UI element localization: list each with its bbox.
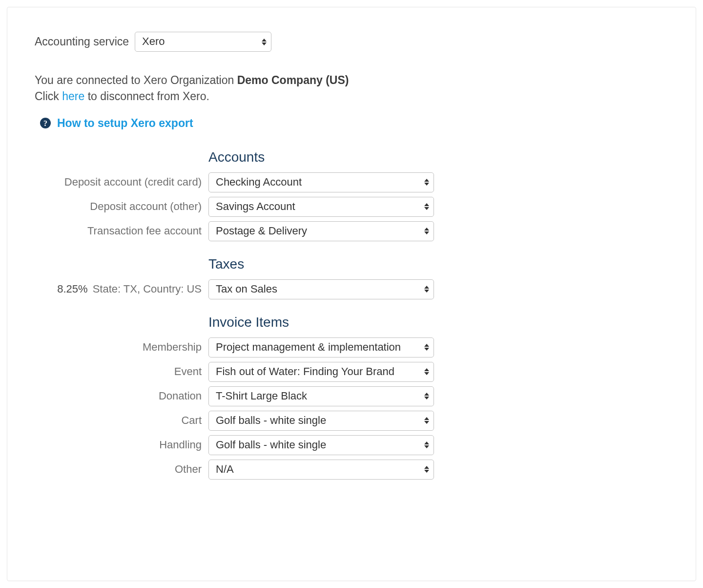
settings-panel: Accounting service Xero You are connecte…: [7, 7, 696, 581]
accounting-service-label: Accounting service: [35, 35, 129, 48]
donation-select[interactable]: T-Shirt Large Black: [208, 386, 434, 406]
tax-select[interactable]: Tax on Sales: [208, 279, 434, 299]
deposit-other-label: Deposit account (other): [35, 200, 202, 213]
status-click-word: Click: [35, 90, 62, 103]
disconnect-link[interactable]: here: [62, 90, 84, 103]
tax-row-label: 8.25% State: TX, Country: US: [35, 283, 202, 295]
svg-text:?: ?: [43, 119, 47, 127]
other-label: Other: [35, 463, 202, 476]
membership-select[interactable]: Project management & implementation: [208, 337, 434, 357]
help-icon: ?: [40, 117, 51, 129]
donation-label: Donation: [35, 390, 202, 402]
membership-label: Membership: [35, 341, 202, 354]
deposit-cc-select[interactable]: Checking Account: [208, 172, 434, 192]
transaction-fee-label: Transaction fee account: [35, 225, 202, 237]
cart-select[interactable]: Golf balls - white single: [208, 411, 434, 431]
handling-select[interactable]: Golf balls - white single: [208, 435, 434, 455]
invoice-items-heading: Invoice Items: [208, 315, 438, 330]
status-suffix: to disconnect from Xero.: [84, 90, 209, 103]
accounting-service-select[interactable]: Xero: [135, 32, 271, 52]
connection-status-text: You are connected to Xero Organization D…: [35, 72, 668, 105]
tax-percentage: 8.25%: [57, 283, 87, 295]
help-row: ? How to setup Xero export: [40, 117, 668, 130]
settings-form: Accounts Deposit account (credit card) C…: [35, 149, 668, 480]
handling-label: Handling: [35, 439, 202, 451]
accounting-service-row: Accounting service Xero: [35, 32, 668, 52]
transaction-fee-select[interactable]: Postage & Delivery: [208, 221, 434, 241]
event-select[interactable]: Fish out of Water: Finding Your Brand: [208, 362, 434, 382]
taxes-heading: Taxes: [208, 256, 438, 272]
status-prefix: You are connected to Xero Organization: [35, 74, 237, 86]
other-select[interactable]: N/A: [208, 460, 434, 480]
deposit-other-select[interactable]: Savings Account: [208, 197, 434, 217]
accounts-heading: Accounts: [208, 149, 438, 165]
status-org-name: Demo Company (US): [237, 74, 349, 86]
deposit-cc-label: Deposit account (credit card): [35, 176, 202, 189]
event-label: Event: [35, 365, 202, 378]
cart-label: Cart: [35, 414, 202, 427]
tax-description: State: TX, Country: US: [93, 283, 202, 295]
accounting-service-select-wrap: Xero: [135, 32, 271, 52]
help-setup-link[interactable]: How to setup Xero export: [57, 117, 193, 130]
